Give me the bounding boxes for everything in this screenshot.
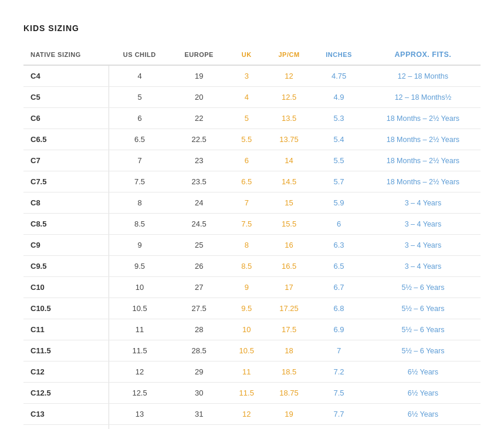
table-row: C11.511.528.510.51875½ – 6 Years [23,340,481,362]
cell-inches: 6.8 [312,298,366,319]
cell-fits: 18 Months – 2½ Years [366,171,481,192]
cell-jp_cm: 14 [266,150,312,171]
cell-fits: 5½ – 6 Years [366,340,481,362]
cell-europe: 27 [171,277,228,298]
cell-europe: 23.5 [171,171,228,192]
cell-uk: 10.5 [228,340,266,362]
cell-uk: 7.5 [228,214,266,235]
cell-fits: 5½ – 6 Years [366,298,481,319]
cell-fits: 18 Months – 2½ Years [366,108,481,129]
cell-jp_cm: 18 [266,340,312,362]
cell-jp_cm: 19 [266,404,312,425]
cell-jp_cm: 19.25 [266,425,312,430]
cell-us_child: 8.5 [109,214,171,235]
cell-jp_cm: 14.5 [266,171,312,192]
cell-inches: 7 [312,340,366,362]
cell-native: C11 [23,319,109,340]
cell-native: C5 [23,87,109,108]
cell-jp_cm: 15 [266,192,312,214]
cell-europe: 27.5 [171,298,228,319]
cell-uk: 6 [228,150,266,171]
table-row: C7.57.523.56.514.55.718 Months – 2½ Year… [23,171,481,192]
cell-jp_cm: 18.5 [266,362,312,383]
cell-europe: 31 [171,404,228,425]
cell-europe: 22.5 [171,129,228,150]
cell-europe: 30 [171,383,228,404]
page-container: KIDS SIZING NATIVE SIZINGUS CHILDEUROPEU… [12,12,492,429]
cell-europe: 28.5 [171,340,228,362]
cell-inches: 6.3 [312,235,366,256]
cell-europe: 22 [171,108,228,129]
cell-us_child: 9.5 [109,256,171,277]
cell-native: C13 [23,404,109,425]
cell-jp_cm: 12.5 [266,87,312,108]
cell-inches: 6.7 [312,277,366,298]
cell-us_child: 7 [109,150,171,171]
table-body: C44193124.7512 – 18 MonthsC5520412.54.91… [23,65,481,429]
cell-inches: 6.5 [312,256,366,277]
cell-inches: 7.2 [312,362,366,383]
cell-uk: 4 [228,87,266,108]
cell-inches: 5.5 [312,150,366,171]
cell-inches: 5.9 [312,192,366,214]
cell-native: C7.5 [23,171,109,192]
table-row: C1010279176.75½ – 6 Years [23,277,481,298]
cell-inches: 7.5 [312,383,366,404]
cell-fits: 6½ Years [366,383,481,404]
cell-jp_cm: 15.5 [266,214,312,235]
cell-inches: 5.4 [312,129,366,150]
cell-uk: 10 [228,319,266,340]
cell-us_child: 11.5 [109,340,171,362]
cell-inches: 5.3 [312,108,366,129]
cell-uk: 11 [228,362,266,383]
cell-native: C9.5 [23,256,109,277]
table-row: C9.59.5268.516.56.53 – 4 Years [23,256,481,277]
cell-fits: 5½ – 6 Years [366,319,481,340]
cell-uk: 9 [228,277,266,298]
table-row: C44193124.7512 – 18 Months [23,65,481,87]
cell-inches: 5.7 [312,171,366,192]
table-row: C6622513.55.318 Months – 2½ Years [23,108,481,129]
cell-native: C10.5 [23,298,109,319]
cell-uk: 11.5 [228,383,266,404]
cell-jp_cm: 13.75 [266,129,312,150]
cell-us_child: 13 [109,404,171,425]
cell-inches: 6 [312,214,366,235]
cell-inches: 4.9 [312,87,366,108]
cell-inches: 4.75 [312,65,366,87]
table-row: C99258166.33 – 4 Years [23,235,481,256]
table-row: C6.56.522.55.513.755.418 Months – 2½ Yea… [23,129,481,150]
cell-native: C8.5 [23,214,109,235]
cell-fits: 3 – 4 Years [366,256,481,277]
cell-fits: 6½ Years [366,362,481,383]
cell-inches: 7.9 [312,425,366,430]
sizing-table: NATIVE SIZINGUS CHILDEUROPEUKJP/CMINCHES… [23,45,481,429]
cell-jp_cm: 13.5 [266,108,312,129]
cell-fits: 12 – 18 Months½ [366,87,481,108]
table-row: C5520412.54.912 – 18 Months½ [23,87,481,108]
cell-uk: 12.5 [228,425,266,430]
cell-jp_cm: 16 [266,235,312,256]
cell-fits: 3 – 4 Years [366,192,481,214]
table-header-row: NATIVE SIZINGUS CHILDEUROPEUKJP/CMINCHES… [23,45,481,65]
cell-us_child: 12.5 [109,383,171,404]
cell-native: C12.5 [23,383,109,404]
cell-fits: 3 – 4 Years [366,235,481,256]
table-row: C13133112197.76½ Years [23,404,481,425]
cell-fits: 18 Months – 2½ Years [366,150,481,171]
cell-europe: 24 [171,192,228,214]
cell-inches: 6.9 [312,319,366,340]
cell-jp_cm: 17.5 [266,319,312,340]
cell-europe: 25 [171,235,228,256]
cell-us_child: 5 [109,87,171,108]
cell-us_child: 8 [109,192,171,214]
col-header-europe: EUROPE [171,45,228,65]
table-row: C88247155.93 – 4 Years [23,192,481,214]
cell-europe: 29 [171,362,228,383]
cell-europe: 28 [171,319,228,340]
table-row: C77236145.518 Months – 2½ Years [23,150,481,171]
cell-jp_cm: 12 [266,65,312,87]
cell-native: C10 [23,277,109,298]
cell-uk: 6.5 [228,171,266,192]
cell-uk: 5.5 [228,129,266,150]
